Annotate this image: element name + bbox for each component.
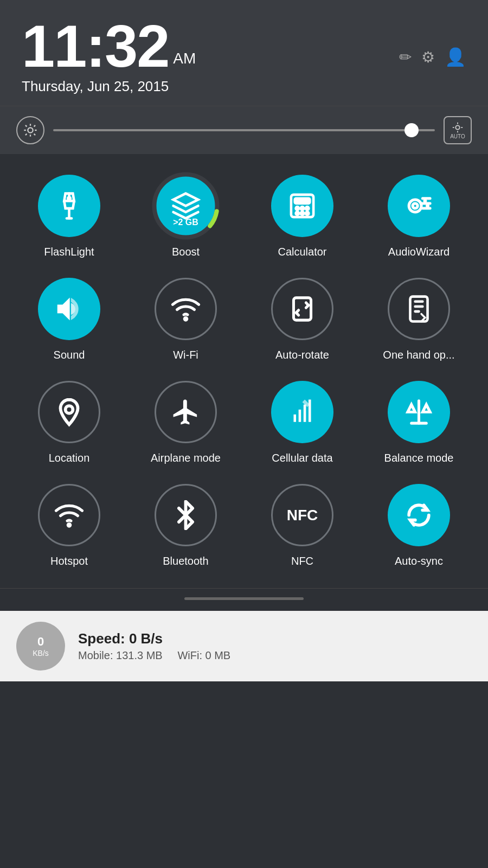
grid-item-location-label: Location — [49, 452, 90, 464]
grid-item-wifi-label: Wi-Fi — [173, 349, 198, 361]
grid-item-hotspot-label: Hotspot — [50, 555, 88, 567]
wifi-data-label: WiFi: 0 MB — [177, 649, 230, 661]
grid-item-bluetooth-label: Bluetooth — [163, 555, 209, 567]
grid-item-calculator-label: Calculator — [278, 246, 326, 258]
svg-point-16 — [68, 197, 70, 200]
brightness-auto-button[interactable]: AUTO — [444, 116, 472, 144]
grid-item-airplane-label: Airplane mode — [151, 452, 221, 464]
svg-line-7 — [25, 134, 27, 135]
svg-point-9 — [455, 125, 459, 129]
network-detail-label: Mobile: 131.3 MB WiFi: 0 MB — [78, 649, 472, 662]
grid-item-wifi[interactable]: Wi-Fi — [127, 268, 244, 371]
time-display: 11:32 — [22, 16, 169, 76]
scroll-indicator — [184, 597, 304, 600]
grid-item-calculator[interactable]: Calculator — [244, 165, 361, 268]
grid-item-audiowizard[interactable]: AudioWizard — [361, 165, 477, 268]
svg-line-8 — [34, 125, 35, 126]
brightness-icon[interactable] — [16, 116, 44, 144]
auto-label: AUTO — [450, 133, 465, 139]
svg-point-25 — [296, 212, 299, 215]
grid-item-autosync-label: Auto-sync — [395, 555, 443, 567]
svg-point-43 — [68, 524, 70, 527]
bottom-bar — [0, 588, 488, 611]
calculator-circle — [271, 175, 333, 237]
grid-item-bluetooth[interactable]: Bluetooth — [127, 474, 244, 577]
network-text: Speed: 0 B/s Mobile: 131.3 MB WiFi: 0 MB — [78, 630, 472, 662]
settings-icon[interactable]: ⚙ — [421, 48, 435, 66]
wifi-circle — [155, 278, 217, 340]
svg-point-35 — [184, 318, 187, 321]
svg-point-18 — [155, 175, 217, 238]
grid-item-sound[interactable]: Sound — [11, 268, 127, 371]
grid-item-airplane[interactable]: Airplane mode — [127, 371, 244, 474]
svg-point-23 — [301, 207, 304, 210]
svg-point-29 — [413, 203, 418, 208]
onehand-circle — [388, 278, 450, 340]
grid-item-cellular-label: Cellular data — [272, 452, 332, 464]
svg-line-4 — [34, 134, 35, 135]
sound-circle — [38, 278, 100, 340]
grid-item-sound-label: Sound — [54, 349, 85, 361]
grid-item-audiowizard-label: AudioWizard — [388, 246, 450, 258]
time-ampm: AM — [173, 50, 196, 67]
grid-item-onehand[interactable]: One hand op... — [361, 268, 477, 371]
grid-item-boost-label: Boost — [172, 246, 200, 258]
user-icon[interactable]: 👤 — [445, 47, 466, 67]
grid-item-autorotate[interactable]: Auto-rotate — [244, 268, 361, 371]
date-display: Thursday, Jun 25, 2015 — [22, 78, 466, 95]
svg-point-26 — [301, 212, 304, 215]
grid-item-autorotate-label: Auto-rotate — [275, 349, 329, 361]
grid-item-nfc[interactable]: NFC NFC — [244, 474, 361, 577]
balance-circle — [388, 381, 450, 443]
grid-item-onehand-label: One hand op... — [383, 349, 454, 361]
grid-item-location[interactable]: Location — [11, 371, 127, 474]
brightness-bar: AUTO — [0, 106, 488, 154]
grid-item-balance-label: Balance mode — [384, 452, 454, 464]
brightness-slider[interactable] — [53, 129, 435, 131]
grid-item-flashlight[interactable]: FlashLight — [11, 165, 127, 268]
edit-icon[interactable]: ✏ — [399, 48, 412, 66]
network-badge-unit: KB/s — [33, 649, 49, 658]
network-badge-number: 0 — [37, 635, 44, 649]
grid-item-flashlight-label: FlashLight — [44, 246, 94, 258]
audiowizard-circle — [388, 175, 450, 237]
grid-item-balance[interactable]: Balance mode — [361, 371, 477, 474]
svg-point-0 — [28, 127, 33, 132]
hotspot-circle — [38, 484, 100, 546]
svg-line-3 — [25, 125, 27, 126]
grid-item-hotspot[interactable]: Hotspot — [11, 474, 127, 577]
boost-circle: >2 GB — [155, 175, 217, 237]
grid-item-cellular[interactable]: Cellular data — [244, 371, 361, 474]
grid-item-nfc-label: NFC — [291, 555, 313, 567]
grid-item-autosync[interactable]: Auto-sync — [361, 474, 477, 577]
airplane-circle — [155, 381, 217, 443]
svg-rect-36 — [293, 298, 311, 320]
network-info-bar: 0 KB/s Speed: 0 B/s Mobile: 131.3 MB WiF… — [0, 611, 488, 681]
network-speed-badge: 0 KB/s — [16, 622, 65, 671]
cellular-circle — [271, 381, 333, 443]
mobile-data-label: Mobile: 131.3 MB — [78, 649, 163, 661]
grid-item-boost[interactable]: >2 GB Boost — [127, 165, 244, 268]
flashlight-circle — [38, 175, 100, 237]
svg-rect-21 — [295, 199, 310, 203]
bluetooth-circle — [155, 484, 217, 546]
autosync-circle — [388, 484, 450, 546]
location-circle — [38, 381, 100, 443]
autorotate-circle — [271, 278, 333, 340]
svg-point-22 — [296, 207, 299, 210]
brightness-thumb[interactable] — [404, 123, 419, 137]
svg-point-28 — [409, 200, 421, 212]
svg-point-27 — [306, 212, 309, 215]
nfc-circle: NFC — [271, 484, 333, 546]
svg-point-38 — [66, 406, 73, 413]
header: 11:32 AM ✏ ⚙ 👤 Thursday, Jun 25, 2015 — [0, 0, 488, 106]
svg-point-24 — [306, 207, 309, 210]
network-speed-label: Speed: 0 B/s — [78, 630, 472, 647]
quick-settings-grid: FlashLight >2 GB Boost — [0, 154, 488, 588]
